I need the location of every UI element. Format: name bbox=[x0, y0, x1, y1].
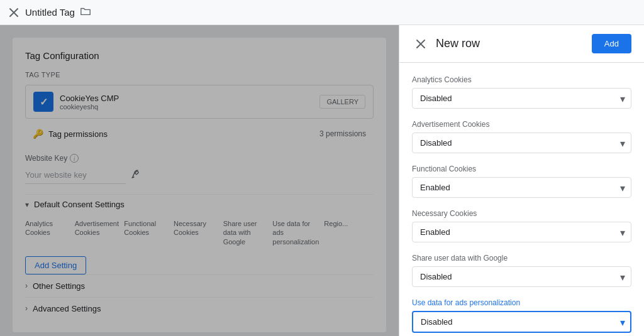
analytics-cookies-group: Analytics Cookies Disabled Enabled ▾ bbox=[412, 75, 631, 109]
use-data-ads-select[interactable]: Disabled Enabled bbox=[412, 311, 631, 333]
main-layout: Tag Configuration Tag Type ✓ CookieYes C… bbox=[0, 25, 644, 336]
panel-title: New row bbox=[436, 37, 480, 50]
panel-header-left: New row bbox=[412, 35, 480, 53]
advertisement-cookies-label: Advertisement Cookies bbox=[412, 120, 631, 129]
use-data-ads-label: Use data for ads personalization bbox=[412, 298, 631, 307]
necessary-cookies-select-wrapper: Disabled Enabled ▾ bbox=[412, 222, 631, 242]
necessary-cookies-select[interactable]: Disabled Enabled bbox=[412, 222, 631, 242]
modal-overlay bbox=[0, 25, 399, 336]
use-data-ads-select-wrapper: Disabled Enabled ▾ bbox=[412, 311, 631, 333]
functional-cookies-label: Functional Cookies bbox=[412, 165, 631, 173]
right-panel: New row Add Analytics Cookies Disabled E… bbox=[399, 25, 644, 336]
share-user-data-label: Share user data with Google bbox=[412, 254, 631, 263]
share-user-data-group: Share user data with Google Disabled Ena… bbox=[412, 254, 631, 287]
analytics-cookies-label: Analytics Cookies bbox=[412, 75, 631, 84]
page-title: Untitled Tag bbox=[25, 7, 75, 18]
functional-cookies-group: Functional Cookies Disabled Enabled ▾ bbox=[412, 165, 631, 198]
functional-cookies-select-wrapper: Disabled Enabled ▾ bbox=[412, 177, 631, 198]
add-button[interactable]: Add bbox=[592, 34, 631, 53]
analytics-cookies-select-wrapper: Disabled Enabled ▾ bbox=[412, 88, 631, 109]
advertisement-cookies-select[interactable]: Disabled Enabled bbox=[412, 133, 631, 153]
share-user-data-select-wrapper: Disabled Enabled ▾ bbox=[412, 266, 631, 287]
advertisement-cookies-select-wrapper: Disabled Enabled ▾ bbox=[412, 133, 631, 153]
advertisement-cookies-group: Advertisement Cookies Disabled Enabled ▾ bbox=[412, 120, 631, 153]
necessary-cookies-label: Necessary Cookies bbox=[412, 209, 631, 218]
panel-body: Analytics Cookies Disabled Enabled ▾ Adv… bbox=[399, 63, 644, 336]
share-user-data-select[interactable]: Disabled Enabled bbox=[412, 266, 631, 287]
folder-icon[interactable] bbox=[80, 6, 91, 19]
panel-header: New row Add bbox=[399, 25, 644, 63]
functional-cookies-select[interactable]: Disabled Enabled bbox=[412, 177, 631, 198]
top-bar-close-icon[interactable] bbox=[8, 6, 20, 19]
necessary-cookies-group: Necessary Cookies Disabled Enabled ▾ bbox=[412, 209, 631, 242]
panel-close-button[interactable] bbox=[412, 35, 430, 53]
use-data-ads-group: Use data for ads personalization Disable… bbox=[412, 298, 631, 333]
analytics-cookies-select[interactable]: Disabled Enabled bbox=[412, 88, 631, 109]
top-bar: Untitled Tag bbox=[0, 0, 644, 25]
